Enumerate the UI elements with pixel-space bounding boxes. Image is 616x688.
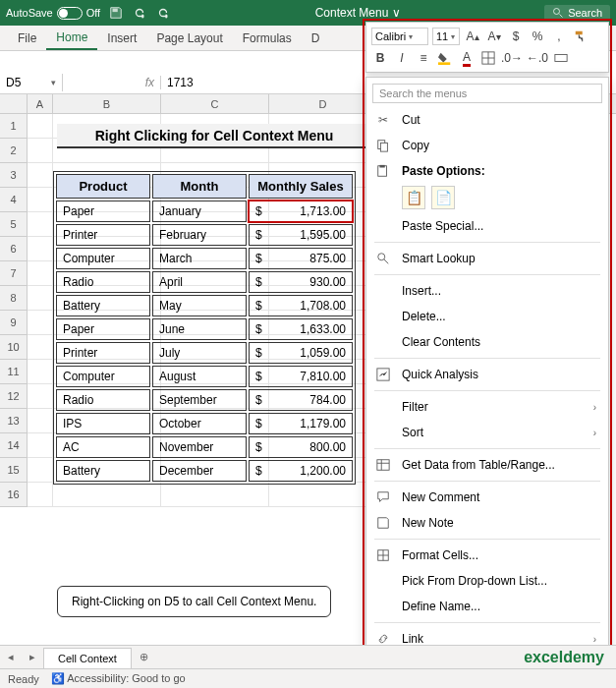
cell[interactable] (161, 483, 269, 507)
col-B[interactable]: B (53, 94, 161, 113)
cell[interactable] (28, 335, 53, 360)
cell[interactable] (28, 409, 53, 433)
cell-month[interactable]: August (152, 366, 247, 387)
new-sheet-icon[interactable]: ⊕ (132, 651, 156, 663)
menu-new-note[interactable]: New Note (366, 510, 608, 536)
name-box[interactable]: D5 (0, 74, 63, 91)
row-header[interactable]: 3 (0, 163, 28, 188)
menu-define-name[interactable]: Define Name... (366, 594, 608, 619)
redo-icon[interactable] (155, 5, 171, 21)
cell-month[interactable]: October (152, 413, 247, 434)
font-select[interactable]: Calibri (371, 28, 428, 45)
cell-sales[interactable]: $930.00 (249, 271, 353, 293)
cell-month[interactable]: November (152, 436, 247, 458)
cell[interactable] (269, 483, 377, 507)
cell-sales[interactable]: $1,200.00 (249, 460, 353, 482)
menu-smart-lookup[interactable]: Smart Lookup (366, 246, 608, 271)
cell-month[interactable]: April (152, 271, 247, 293)
cell[interactable] (28, 188, 53, 212)
row-header[interactable]: 8 (0, 286, 28, 311)
cell-sales[interactable]: $1,708.00 (249, 295, 353, 316)
tab-page-layout[interactable]: Page Layout (146, 28, 232, 49)
search-box[interactable]: Search (544, 5, 610, 21)
cell[interactable] (28, 483, 53, 507)
tab-home[interactable]: Home (46, 27, 97, 50)
tab-data[interactable]: D (302, 28, 330, 49)
fill-color-icon[interactable] (436, 49, 454, 67)
row-header[interactable]: 11 (0, 360, 28, 384)
cell-sales[interactable]: $1,059.00 (249, 342, 353, 364)
save-icon[interactable] (108, 5, 124, 21)
cell-sales[interactable]: $1,713.00 (249, 201, 353, 222)
cell-sales[interactable]: $800.00 (249, 436, 353, 458)
sheet-nav-next[interactable]: ▸ (22, 651, 43, 663)
cell[interactable] (28, 458, 53, 483)
cell-sales[interactable]: $1,633.00 (249, 318, 353, 340)
font-color-icon[interactable]: A (458, 49, 476, 67)
cell-product[interactable]: Radio (56, 271, 150, 293)
cell-sales[interactable]: $875.00 (249, 248, 353, 269)
paste-option-values[interactable]: 📄 (431, 186, 455, 209)
col-D[interactable]: D (269, 94, 377, 113)
menu-search[interactable]: Search the menus (372, 84, 602, 103)
fx-label[interactable]: fx (63, 76, 161, 89)
cell[interactable] (28, 261, 53, 286)
row-header[interactable]: 12 (0, 384, 28, 409)
increase-font-icon[interactable]: A▴ (464, 28, 481, 45)
decrease-font-icon[interactable]: A▾ (485, 28, 503, 45)
cell-product[interactable]: IPS (56, 413, 150, 434)
merge-icon[interactable] (552, 49, 570, 67)
decrease-decimal-icon[interactable]: ←.0 (527, 49, 548, 67)
cell[interactable] (28, 360, 53, 384)
row-header[interactable]: 6 (0, 237, 28, 261)
currency-icon[interactable]: $ (507, 28, 525, 45)
italic-icon[interactable]: I (393, 49, 411, 67)
menu-paste-special[interactable]: Paste Special... (366, 213, 608, 239)
align-icon[interactable]: ≡ (415, 49, 432, 67)
select-all-corner[interactable] (0, 94, 28, 113)
row-header[interactable]: 14 (0, 433, 28, 458)
comma-icon[interactable]: , (550, 28, 568, 45)
increase-decimal-icon[interactable]: .0→ (501, 49, 523, 67)
tab-file[interactable]: File (8, 28, 46, 49)
row-header[interactable]: 5 (0, 212, 28, 237)
cell-product[interactable]: Radio (56, 389, 150, 411)
cell-month[interactable]: May (152, 295, 247, 316)
menu-sort[interactable]: Sort› (366, 420, 608, 445)
font-size-select[interactable]: 11 (432, 28, 460, 45)
cell[interactable] (28, 163, 53, 188)
sheet-nav-prev[interactable]: ◂ (0, 651, 22, 663)
cell[interactable] (53, 483, 161, 507)
cell-product[interactable]: Computer (56, 248, 150, 269)
row-header[interactable]: 2 (0, 139, 28, 163)
toggle-off-icon[interactable] (57, 7, 83, 20)
cell[interactable] (28, 311, 53, 335)
format-painter-icon[interactable] (572, 28, 589, 45)
menu-format-cells[interactable]: Format Cells... (366, 543, 608, 568)
menu-get-data[interactable]: Get Data from Table/Range... (366, 452, 608, 478)
menu-delete[interactable]: Delete... (366, 304, 608, 329)
cell-sales[interactable]: $7,810.00 (249, 366, 353, 387)
menu-cut[interactable]: ✂ Cut (366, 107, 608, 133)
cell-product[interactable]: Battery (56, 295, 150, 316)
cell[interactable] (28, 433, 53, 458)
cell[interactable] (28, 384, 53, 409)
cell-product[interactable]: AC (56, 436, 150, 458)
cell[interactable] (28, 237, 53, 261)
row-header[interactable]: 16 (0, 483, 28, 507)
menu-copy[interactable]: Copy (366, 133, 608, 158)
row-header[interactable]: 7 (0, 261, 28, 286)
cell-product[interactable]: Computer (56, 366, 150, 387)
cell-sales[interactable]: $1,179.00 (249, 413, 353, 434)
menu-pick-list[interactable]: Pick From Drop-down List... (366, 568, 608, 594)
cell-product[interactable]: Battery (56, 460, 150, 482)
cell-product[interactable]: Paper (56, 201, 150, 222)
row-header[interactable]: 4 (0, 188, 28, 212)
row-header[interactable]: 10 (0, 335, 28, 360)
cell-sales[interactable]: $784.00 (249, 389, 353, 411)
col-A[interactable]: A (28, 94, 53, 113)
sheet-tab-active[interactable]: Cell Context (43, 648, 132, 668)
cell[interactable] (28, 114, 53, 139)
menu-filter[interactable]: Filter› (366, 394, 608, 420)
percent-icon[interactable]: % (529, 28, 546, 45)
